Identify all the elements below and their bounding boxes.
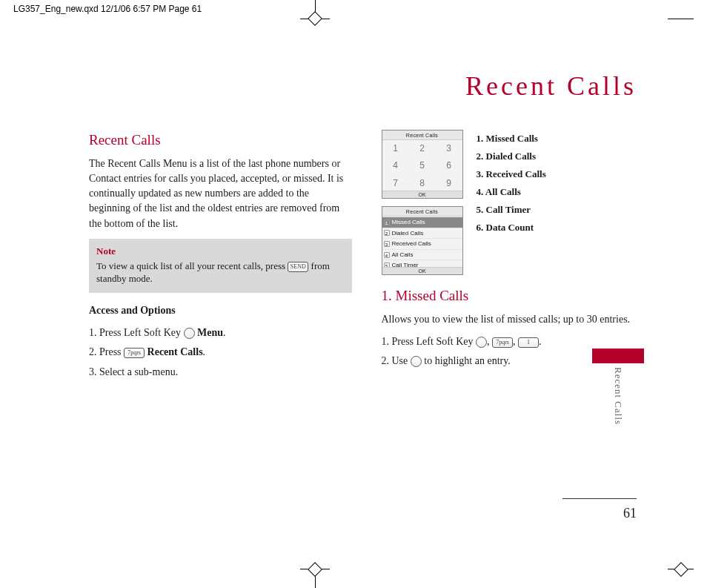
note-text-a: To view a quick list of all your recent … [96,260,288,271]
step-2-text-a: 2. Press [89,346,124,357]
screenshot-list-row: 3Received Calls [382,239,462,250]
submenu-item: 5. Call Timer [477,201,546,219]
content-columns: Recent Calls The Recent Calls Menu is a … [89,130,644,514]
grid-cell: 7 [382,175,409,192]
grid-cell: 3 [436,140,462,157]
grid-cell: 8 [409,175,436,192]
registration-mark [308,11,322,26]
submenu-item: 1. Missed Calls [477,130,546,148]
screenshot-softbar: OK [382,191,462,198]
grid-cell: 1 [382,140,409,157]
step-1-text-a: 1. Press Left Soft Key [89,327,184,338]
intro-paragraph: The Recent Calls Menu is a list of the l… [89,156,352,231]
phone-screenshot-grid: Recent Calls 1 2 3 4 5 6 7 8 9 OK [382,130,463,199]
screenshot-list-row: 1Missed Calls [382,217,462,228]
sep: , [487,336,492,347]
screenshot-softbar: OK [382,267,462,274]
grid-cell: 4 [382,157,409,174]
step-1: 1. Press Left Soft Key Menu. [89,326,352,340]
screenshot-titlebar: Recent Calls [382,207,462,217]
step-2-recent-calls: Recent Calls [147,346,203,357]
crop-mark [668,19,694,19]
screenshot-list-row: 2Dialed Calls [382,228,462,240]
soft-key-icon [184,328,195,339]
step-3: 3. Select a sub-menu. [89,365,352,380]
screenshot-titlebar: Recent Calls [382,131,462,140]
step-1-dot: . [223,327,226,338]
section-heading-recent-calls: Recent Calls [89,130,352,151]
side-tab-label: Recent Calls [612,367,624,425]
screenshot-list: 1Missed Calls 2Dialed Calls 3Received Ca… [382,217,462,267]
note-box: Note To view a quick list of all your re… [89,239,352,293]
7-key-icon: 7pqrs [492,337,513,348]
send-key-icon: SEND [288,262,308,272]
side-tab-bar [592,348,644,363]
screenshot-list-row: 5Call Timer [382,260,462,267]
grid-cell: 6 [436,157,462,174]
submenu-item: 6. Data Count [477,219,546,237]
nav-key-icon [411,356,422,367]
page-number-rule [562,498,637,499]
screenshot-grid: 1 2 3 4 5 6 7 8 9 [382,140,462,192]
missed-intro: Allows you to view the list of missed ca… [382,312,645,327]
registration-mark [674,562,688,577]
screenshot-list-row: 4All Calls [382,250,462,261]
grid-cell: 2 [409,140,436,157]
7-key-icon: 7pqrs [124,348,145,358]
grid-cell: 5 [409,157,436,174]
page: Recent Calls Recent Calls The Recent Cal… [33,30,674,558]
step-2: 2. Press 7pqrs Recent Calls. [89,345,352,360]
section-heading-missed-calls: 1. Missed Calls [382,285,645,306]
print-slugline: LG357_Eng_new.qxd 12/1/06 6:57 PM Page 6… [13,4,202,14]
note-label: Note [96,245,345,258]
phone-screenshots: Recent Calls 1 2 3 4 5 6 7 8 9 OK [382,130,463,275]
submenu-item: 3. Received Calls [477,165,546,183]
page-number: 61 [623,506,637,521]
left-column: Recent Calls The Recent Calls Menu is a … [89,130,352,514]
submenu-list: 1. Missed Calls 2. Dialed Calls 3. Recei… [477,130,546,275]
dot: . [539,336,542,347]
soft-key-icon [476,337,487,348]
missed-step-2-a: 2. Use [382,355,411,366]
right-column: Recent Calls 1 2 3 4 5 6 7 8 9 OK [382,130,645,514]
page-title: Recent Calls [465,70,637,102]
missed-step-2-b: to highlight an entry. [424,355,511,366]
registration-mark [308,562,322,577]
grid-cell: 9 [436,175,462,192]
missed-step-1-a: 1. Press Left Soft Key [382,336,477,347]
step-1-menu: Menu [197,327,223,338]
right-top-row: Recent Calls 1 2 3 4 5 6 7 8 9 OK [382,130,645,275]
submenu-item: 2. Dialed Calls [477,148,546,165]
phone-screenshot-list: Recent Calls 1Missed Calls 2Dialed Calls… [382,206,463,275]
submenu-item: 4. All Calls [477,183,546,201]
1-key-icon: 1 [518,337,539,348]
access-options-heading: Access and Options [89,303,352,318]
missed-step-1: 1. Press Left Soft Key , 7pqrs, 1 . [382,334,645,349]
sep: , [513,336,518,347]
step-2-dot: . [203,346,206,357]
side-tab: Recent Calls [592,348,644,425]
